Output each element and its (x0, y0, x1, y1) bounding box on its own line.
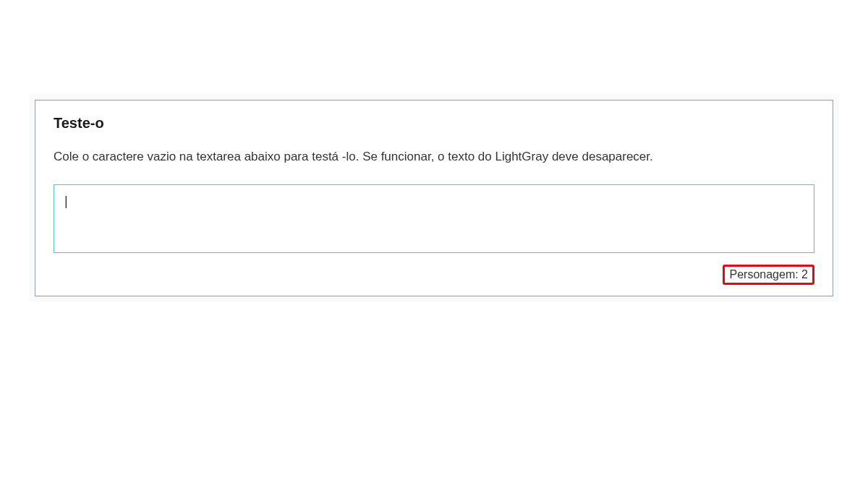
counter-row: Personagem: 2 (54, 265, 814, 285)
card-title: Teste-o (54, 115, 814, 132)
counter-label: Personagem: (729, 268, 801, 281)
test-card: Teste-o Cole o caractere vazio na textar… (35, 100, 833, 296)
character-counter: Personagem: 2 (723, 265, 814, 285)
counter-value: 2 (801, 268, 808, 281)
outer-wrap: Teste-o Cole o caractere vazio na textar… (29, 94, 839, 302)
test-textarea[interactable] (54, 184, 814, 253)
card-description: Cole o caractere vazio na textarea abaix… (54, 147, 814, 166)
